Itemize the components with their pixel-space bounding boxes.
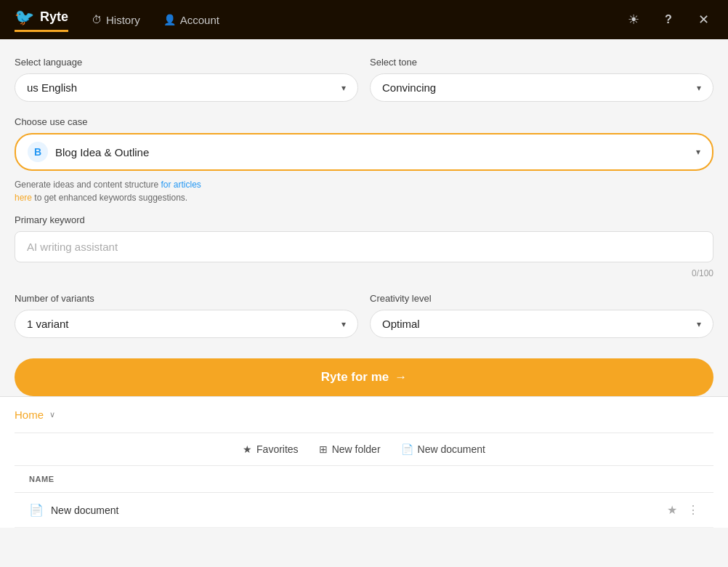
file-name: New document bbox=[51, 504, 118, 516]
variants-chevron-icon: ▾ bbox=[341, 319, 346, 329]
click-here-link[interactable]: here bbox=[15, 193, 32, 203]
file-star-icon[interactable]: ★ bbox=[667, 503, 677, 517]
close-icon: ✕ bbox=[698, 12, 709, 28]
creativity-group: Creativity level Optimal ▾ bbox=[370, 293, 713, 338]
language-chevron-icon: ▾ bbox=[341, 83, 346, 93]
variants-value: 1 variant bbox=[27, 318, 69, 330]
nav-item-account-label: Account bbox=[180, 14, 219, 26]
toolbar-row: ★ Favorites ⊞ New folder 📄 New document bbox=[15, 433, 713, 466]
variants-label: Number of variants bbox=[15, 293, 358, 304]
usecase-value: Blog Idea & Outline bbox=[55, 146, 149, 158]
tone-chevron-icon: ▾ bbox=[697, 83, 701, 93]
tone-label: Select tone bbox=[370, 57, 713, 68]
variants-select[interactable]: 1 variant ▾ bbox=[15, 310, 358, 338]
close-button[interactable]: ✕ bbox=[693, 9, 713, 30]
creativity-label: Creativity level bbox=[370, 293, 713, 304]
language-label: Select language bbox=[15, 57, 358, 68]
new-document-label: New document bbox=[418, 443, 485, 455]
header-right: ☀ ? ✕ bbox=[623, 9, 713, 30]
usecase-chevron-icon: ▾ bbox=[696, 147, 700, 157]
document-plus-icon: 📄 bbox=[401, 443, 413, 455]
usecase-hint: Generate ideas and content structure for… bbox=[15, 180, 713, 190]
home-chevron-icon[interactable]: ∨ bbox=[49, 410, 55, 419]
new-document-button[interactable]: 📄 New document bbox=[401, 443, 485, 455]
logo-text: Ryte bbox=[40, 9, 68, 25]
cta-arrow-icon: → bbox=[395, 370, 407, 385]
new-folder-button[interactable]: ⊞ New folder bbox=[319, 443, 381, 455]
file-actions: ★ ⋮ bbox=[667, 503, 699, 517]
click-here-hint: here to get enhanced keywords suggestion… bbox=[15, 193, 713, 203]
variants-group: Number of variants 1 variant ▾ bbox=[15, 293, 358, 338]
logo-icon: 🐦 bbox=[15, 8, 34, 27]
tone-select[interactable]: Convincing ▾ bbox=[370, 73, 713, 102]
cta-label: Ryte for me bbox=[321, 370, 389, 385]
file-more-icon[interactable]: ⋮ bbox=[687, 503, 699, 517]
folder-plus-icon: ⊞ bbox=[319, 443, 328, 455]
nav-item-account[interactable]: 👤 Account bbox=[163, 11, 219, 29]
click-here-text: to get enhanced keywords suggestions. bbox=[32, 193, 187, 203]
usecase-select[interactable]: B Blog Idea & Outline ▾ bbox=[15, 133, 713, 171]
usecase-group: Choose use case B Blog Idea & Outline ▾ bbox=[15, 116, 713, 171]
main-header: 🐦 Ryte ⏱ History 👤 Account ☀ ? ✕ bbox=[0, 0, 728, 39]
keyword-input[interactable] bbox=[15, 231, 713, 262]
char-count: 0/100 bbox=[15, 265, 713, 278]
options-row: Number of variants 1 variant ▾ Creativit… bbox=[15, 293, 713, 338]
usecase-left: B Blog Idea & Outline bbox=[28, 142, 149, 162]
new-folder-label: New folder bbox=[332, 443, 381, 455]
nav-item-history-label: History bbox=[106, 14, 140, 26]
file-left: 📄 New document bbox=[29, 503, 118, 517]
column-name-header: NAME bbox=[29, 475, 54, 483]
keyword-group: Primary keyword bbox=[15, 214, 713, 262]
file-doc-icon: 📄 bbox=[29, 503, 44, 517]
language-value: us English bbox=[27, 81, 77, 94]
logo[interactable]: 🐦 Ryte bbox=[15, 8, 68, 32]
language-tone-row: Select language us English ▾ Select tone… bbox=[15, 57, 713, 102]
favorites-button[interactable]: ★ Favorites bbox=[243, 443, 299, 455]
home-header: Home ∨ bbox=[15, 397, 713, 433]
language-select[interactable]: us English ▾ bbox=[15, 73, 358, 102]
home-section: Home ∨ ★ Favorites ⊞ New folder 📄 New do… bbox=[0, 397, 728, 528]
keyword-label: Primary keyword bbox=[15, 214, 713, 225]
home-label[interactable]: Home bbox=[15, 409, 44, 421]
help-button[interactable]: ? bbox=[658, 9, 679, 30]
table-row[interactable]: 📄 New document ★ ⋮ bbox=[15, 493, 713, 528]
theme-icon: ☀ bbox=[628, 12, 639, 28]
language-group: Select language us English ▾ bbox=[15, 57, 358, 102]
creativity-value: Optimal bbox=[382, 318, 420, 330]
creativity-select[interactable]: Optimal ▾ bbox=[370, 310, 713, 338]
usecase-icon: B bbox=[28, 142, 48, 162]
ryte-for-me-button[interactable]: Ryte for me → bbox=[15, 358, 713, 396]
tone-value: Convincing bbox=[382, 81, 436, 94]
file-table: NAME 📄 New document ★ ⋮ bbox=[15, 466, 713, 528]
tone-group: Select tone Convincing ▾ bbox=[370, 57, 713, 102]
theme-button[interactable]: ☀ bbox=[623, 9, 644, 30]
nav-item-history[interactable]: ⏱ History bbox=[92, 11, 140, 29]
account-icon: 👤 bbox=[163, 14, 176, 25]
help-icon: ? bbox=[665, 13, 672, 26]
star-icon: ★ bbox=[243, 443, 252, 455]
creativity-chevron-icon: ▾ bbox=[697, 319, 701, 329]
usecase-label: Choose use case bbox=[15, 116, 713, 127]
history-icon: ⏱ bbox=[92, 14, 102, 25]
table-header: NAME bbox=[15, 466, 713, 493]
favorites-label: Favorites bbox=[256, 443, 299, 455]
main-content: Select language us English ▾ Select tone… bbox=[0, 39, 728, 396]
